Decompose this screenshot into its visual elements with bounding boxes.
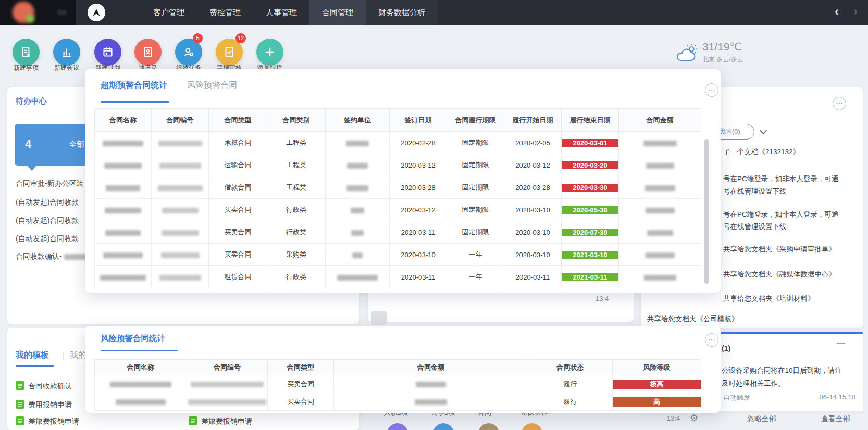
table-row: 租赁合同 行政类 2020-03-11 一年 2020-03-11 2021-0… (95, 266, 701, 288)
cell-start-date: 2020-03-11 (504, 266, 562, 288)
notification-item[interactable]: 共享给您文档夹《公司模板》 (647, 314, 739, 324)
cell-code (187, 375, 268, 393)
cell-unit (326, 199, 390, 221)
avatar[interactable] (478, 423, 499, 430)
cell-end-date: 2020-03-30 (562, 176, 619, 199)
new-plan-icon[interactable] (94, 39, 121, 66)
logo-text: SA (57, 8, 66, 16)
template-item[interactable]: 合同收款确认 (28, 382, 72, 391)
cell-code (152, 266, 209, 288)
cell-name (95, 244, 152, 266)
new-item-icon[interactable] (13, 39, 40, 66)
vertical-scrollbar[interactable] (704, 139, 709, 284)
cell-code (152, 176, 209, 199)
col-header: 合同履行期限 (447, 109, 504, 132)
ignore-all-button[interactable]: 忽略全部 (747, 414, 776, 424)
tab-my-other[interactable]: 我的 (70, 350, 86, 361)
view-all-button[interactable]: 查看全部 (821, 414, 850, 424)
collapse-icon[interactable]: — (837, 338, 845, 348)
cell-type: 买卖合同 (268, 375, 334, 393)
more-options-icon[interactable]: ⋯ (833, 97, 846, 110)
quick-action-label: 新建会议 (46, 64, 88, 72)
launcher-icon[interactable] (88, 4, 105, 21)
quick-action-label: 新建事项 (5, 64, 47, 72)
cell-start-date: 2020-03-28 (504, 176, 562, 199)
nav-item-hr[interactable]: 人事管理 (253, 0, 309, 25)
cell-category: 行政类 (267, 199, 326, 221)
cell-unit (326, 221, 390, 244)
cell-code (152, 244, 209, 266)
cell-type: 买卖合同 (209, 221, 267, 244)
table-row: 买卖合同 行政类 2020-03-11 固定期限 2020-03-10 2020… (95, 221, 701, 244)
avatar[interactable] (387, 423, 408, 430)
nav-item-contract[interactable]: 合同管理 (309, 0, 366, 25)
contacts-icon[interactable] (134, 39, 162, 66)
col-header: 履行结束日期 (562, 109, 619, 132)
cell-amount (619, 199, 701, 221)
tab-overdue-stats[interactable]: 超期预警合同统计 (101, 80, 167, 91)
notification-item[interactable]: 共享给您文档夹《融媒体数据中心》 (723, 270, 836, 279)
col-header: 合同编号 (187, 360, 268, 375)
avatar[interactable] (433, 423, 454, 430)
cell-amount (334, 375, 528, 393)
notification-item[interactable]: 共享给您文档夹《培训材料》 (723, 294, 815, 303)
todo-count: 4 (25, 137, 31, 151)
chevron-down-icon[interactable] (760, 127, 767, 134)
tab-risk-contracts[interactable]: 风险预警合同 (187, 80, 237, 91)
table-header-row: 合同名称 合同编号 合同类型 合同类别 签约单位 签订日期 合同履行期限 履行开… (95, 109, 701, 132)
nav-item-customer[interactable]: 客户管理 (141, 0, 197, 25)
cell-start-date: 2020-02-05 (504, 132, 562, 154)
nav-item-finance[interactable]: 财务数据分析 (366, 0, 438, 25)
template-item[interactable]: 费用报销申请 (28, 400, 72, 410)
template-item[interactable]: 差旅费报销申请 (28, 417, 79, 426)
top-nav: SA 客户管理 费控管理 人事管理 合同管理 财务数据分析 ‹ › (0, 0, 868, 25)
avatar[interactable] (522, 423, 542, 430)
risk-warning-panel: 风险预警合同统计 ⋯ 合同名称 合同编号 合同类型 合同金额 合同状态 风险等级… (85, 326, 721, 413)
more-options-icon[interactable]: ⋯ (705, 333, 718, 347)
logo-status-dot-icon (26, 15, 34, 23)
col-header: 合同金额 (619, 109, 701, 132)
notification-item[interactable]: 号在线管理设置下线 (723, 222, 787, 232)
weather-temp: 31/19℃ (702, 41, 742, 53)
cell-sign-date: 2020-02-28 (390, 132, 447, 154)
tab-my-templates[interactable]: 我的模板 (16, 350, 49, 361)
cell-unit (326, 154, 390, 176)
col-header: 合同类型 (209, 109, 267, 132)
nav-item-expense[interactable]: 费控管理 (197, 0, 253, 25)
reminder-trigger: 自动触发 (723, 393, 750, 402)
cell-name (95, 132, 152, 154)
cell-start-date: 2020-03-10 (504, 244, 562, 266)
cell-amount (619, 154, 701, 176)
table-header-row: 合同名称 合同编号 合同类型 合同金额 合同状态 风险等级 (95, 360, 701, 375)
new-meeting-icon[interactable] (53, 39, 80, 66)
table-row: 买卖合同 采购类 2020-03-10 一年 2020-03-10 2021-0… (95, 244, 701, 266)
notification-item[interactable]: 号在PC端登录，如非本人登录，可通 (723, 210, 838, 219)
cell-amount (619, 266, 701, 288)
settings-gear-icon[interactable]: ⚙ (690, 412, 698, 424)
col-header: 签订日期 (390, 109, 447, 132)
notification-item[interactable]: 共享给您文档夹《采购申请审批单》 (723, 245, 836, 254)
tab-underline (101, 101, 169, 103)
forward-chevron-icon[interactable]: › (853, 4, 858, 19)
cell-unit (326, 176, 390, 199)
add-shortcut-icon[interactable] (256, 39, 283, 66)
back-chevron-icon[interactable]: ‹ (835, 4, 839, 19)
more-options-icon[interactable]: ⋯ (705, 83, 718, 97)
cell-term: 固定期限 (447, 176, 504, 199)
tab-underline (16, 365, 54, 367)
cell-name (95, 221, 152, 244)
col-header: 合同金额 (334, 360, 528, 375)
cell-code (152, 154, 209, 176)
notification-item[interactable]: 了一个文档《2132132》 (723, 147, 800, 157)
cell-category: 行政类 (267, 266, 326, 288)
table-row: 运输合同 工程类 2020-03-12 固定期限 2020-03-12 2020… (95, 154, 701, 176)
template-item[interactable]: 差旅费报销申请 (201, 417, 252, 426)
notification-item[interactable]: 号在PC端登录，如非本人登录，可通 (723, 174, 838, 184)
reminder-text: 及时处理相关工作。 (722, 379, 785, 388)
tab-underline (101, 350, 178, 351)
table-row: 买卖合同 行政类 2020-03-12 固定期限 2020-03-10 2020… (95, 199, 701, 221)
todo-box-pointer (27, 166, 36, 171)
col-header: 合同状态 (528, 360, 613, 375)
notification-item[interactable]: 号在线管理设置下线 (723, 187, 787, 196)
cell-term: 固定期限 (447, 154, 504, 176)
